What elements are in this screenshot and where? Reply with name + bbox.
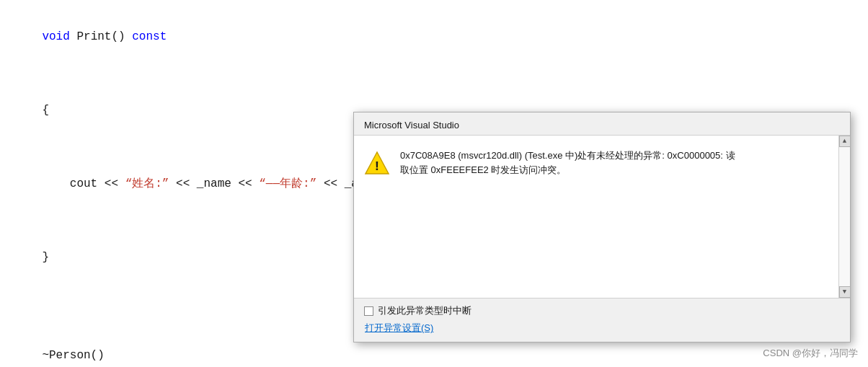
warning-icon: ! (364, 150, 390, 176)
dialog-titlebar: Microsoft Visual Studio (354, 112, 850, 136)
dialog-body: ! 0x7C08A9E8 (msvcr120d.dll) (Test.exe 中… (354, 136, 850, 298)
dialog-message-text: 0x7C08A9E8 (msvcr120d.dll) (Test.exe 中)处… (400, 149, 840, 177)
scrollbar-up-arrow[interactable]: ▲ (839, 136, 851, 147)
dialog-scrollbar[interactable]: ▲ ▼ (838, 136, 850, 298)
checkbox-label: 引发此异常类型时中断 (378, 304, 471, 317)
dialog-message-line1: 0x7C08A9E8 (msvcr120d.dll) (Test.exe 中)处… (400, 150, 735, 161)
dialog-footer: 引发此异常类型时中断 打开异常设置(S) (354, 298, 850, 342)
open-exception-settings-link[interactable]: 打开异常设置(S) (365, 322, 840, 335)
vs-dialog: Microsoft Visual Studio ! 0x7C08A9E8 (ms… (353, 112, 851, 342)
code-line: void Print() const (14, 0, 854, 74)
checkbox-row: 引发此异常类型时中断 (364, 304, 840, 317)
dialog-title: Microsoft Visual Studio (364, 120, 459, 131)
scrollbar-track (839, 147, 850, 286)
exception-break-checkbox[interactable] (364, 306, 373, 316)
dialog-message-line2: 取位置 0xFEEEFEE2 时发生访问冲突。 (400, 164, 566, 175)
svg-text:!: ! (373, 159, 381, 174)
scrollbar-down-arrow[interactable]: ▼ (839, 286, 851, 298)
